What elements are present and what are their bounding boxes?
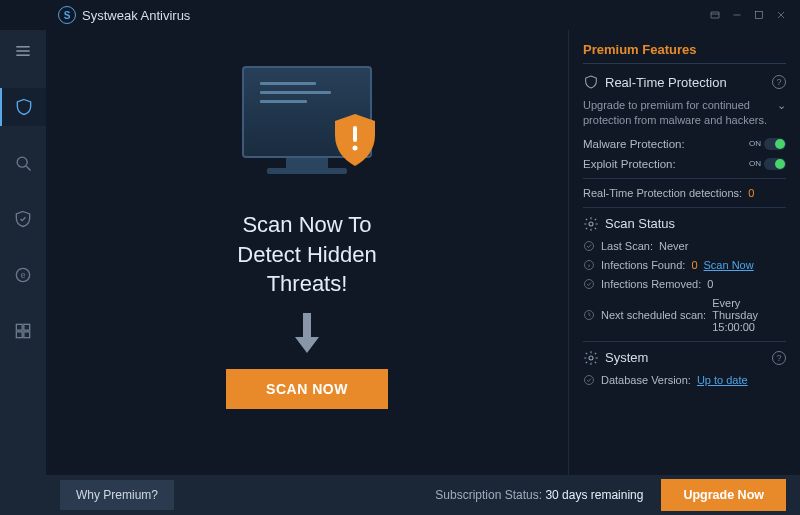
sidebar-item-quarantine[interactable]: e [0, 256, 46, 294]
scan-now-button[interactable]: SCAN NOW [226, 369, 388, 409]
next-scan-value: Every Thursday 15:00:00 [712, 297, 786, 333]
db-version-label: Database Version: [601, 374, 691, 386]
svg-point-21 [589, 222, 593, 226]
svg-rect-16 [24, 332, 30, 338]
menu-icon[interactable] [0, 32, 46, 70]
exploit-protection-label: Exploit Protection: [583, 158, 676, 170]
svg-rect-14 [24, 324, 30, 330]
help-icon[interactable]: ? [772, 75, 786, 89]
settings-icon[interactable] [704, 4, 726, 26]
svg-point-9 [17, 157, 27, 167]
info-icon [583, 259, 595, 271]
subscription-status: Subscription Status: 30 days remaining [435, 488, 643, 502]
infections-removed-label: Infections Removed: [601, 278, 701, 290]
app-title: Systweak Antivirus [82, 8, 190, 23]
svg-marker-20 [295, 337, 319, 353]
malware-protection-label: Malware Protection: [583, 138, 685, 150]
last-scan-value: Never [659, 240, 688, 252]
sidebar-item-home[interactable] [0, 88, 46, 126]
svg-rect-17 [353, 126, 357, 142]
help-icon[interactable]: ? [772, 351, 786, 365]
svg-rect-13 [16, 324, 22, 330]
chevron-down-icon[interactable]: ⌄ [777, 98, 786, 113]
rtp-description: Upgrade to premium for continued protect… [583, 98, 777, 128]
check-icon [583, 374, 595, 386]
premium-features-title: Premium Features [583, 42, 786, 64]
svg-point-22 [585, 241, 594, 250]
malware-protection-toggle[interactable] [764, 138, 786, 150]
footer-bar: Why Premium? Subscription Status: 30 day… [0, 475, 800, 515]
svg-point-26 [585, 279, 594, 288]
exploit-on-text: ON [749, 159, 761, 168]
svg-line-10 [26, 166, 30, 170]
infections-found-label: Infections Found: [601, 259, 685, 271]
logo-icon: S [58, 6, 76, 24]
title-bar: S Systweak Antivirus [0, 0, 800, 30]
infections-found-value: 0 [691, 259, 697, 271]
svg-rect-0 [711, 12, 719, 18]
shield-icon [583, 74, 599, 90]
gear-icon [583, 350, 599, 366]
arrow-down-icon [291, 311, 323, 359]
monitor-illustration [227, 66, 387, 196]
rtp-heading: Real-Time Protection [605, 75, 727, 90]
svg-point-18 [353, 146, 358, 151]
svg-rect-3 [756, 12, 763, 19]
scan-headline: Scan Now To Detect Hidden Threats! [237, 210, 376, 299]
rtp-detections-label: Real-Time Protection detections: [583, 187, 742, 199]
check-icon [583, 278, 595, 290]
sidebar: e [0, 30, 46, 475]
next-scan-label: Next scheduled scan: [601, 309, 706, 321]
scan-now-link[interactable]: Scan Now [704, 259, 754, 271]
check-icon [583, 240, 595, 252]
sidebar-item-apps[interactable] [0, 312, 46, 350]
why-premium-button[interactable]: Why Premium? [60, 480, 174, 510]
gear-icon [583, 216, 599, 232]
app-logo: S Systweak Antivirus [58, 6, 190, 24]
svg-text:e: e [21, 270, 26, 280]
svg-point-29 [585, 375, 594, 384]
exploit-protection-toggle[interactable] [764, 158, 786, 170]
sidebar-item-scan[interactable] [0, 144, 46, 182]
malware-on-text: ON [749, 139, 761, 148]
sidebar-item-protection[interactable] [0, 200, 46, 238]
svg-point-28 [589, 356, 593, 360]
minimize-button[interactable] [726, 4, 748, 26]
right-panel: Premium Features Real-Time Protection ? … [568, 30, 800, 475]
last-scan-label: Last Scan: [601, 240, 653, 252]
upgrade-now-button[interactable]: Upgrade Now [661, 479, 786, 511]
main-panel: Scan Now To Detect Hidden Threats! SCAN … [46, 30, 568, 475]
close-button[interactable] [770, 4, 792, 26]
clock-icon [583, 309, 595, 321]
alert-shield-icon [331, 112, 379, 168]
db-version-value[interactable]: Up to date [697, 374, 748, 386]
scan-status-heading: Scan Status [605, 216, 675, 231]
svg-rect-19 [303, 313, 311, 337]
rtp-detections-value: 0 [748, 187, 754, 199]
svg-rect-15 [16, 332, 22, 338]
infections-removed-value: 0 [707, 278, 713, 290]
system-heading: System [605, 350, 648, 365]
maximize-button[interactable] [748, 4, 770, 26]
